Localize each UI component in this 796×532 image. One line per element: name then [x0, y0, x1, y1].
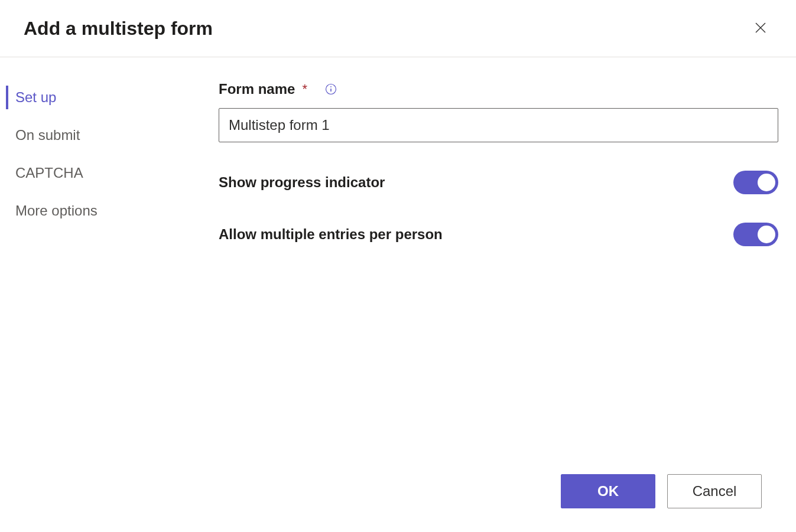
dialog-footer: OK Cancel — [0, 462, 796, 532]
dialog-title: Add a multistep form — [24, 18, 213, 40]
required-asterisk: * — [302, 81, 307, 97]
cancel-button[interactable]: Cancel — [667, 474, 762, 508]
form-name-label-row: Form name * — [219, 81, 778, 97]
form-name-label: Form name — [219, 81, 295, 97]
close-icon — [753, 21, 768, 37]
sidebar-item-onsubmit[interactable]: On submit — [0, 116, 219, 154]
show-progress-label: Show progress indicator — [219, 174, 385, 191]
svg-point-4 — [330, 86, 332, 87]
add-multistep-form-dialog: Add a multistep form Set up On submit CA… — [0, 0, 796, 532]
sidebar-item-label: Set up — [15, 89, 56, 105]
ok-button[interactable]: OK — [561, 474, 655, 508]
toggle-knob — [758, 226, 775, 243]
sidebar-item-label: On submit — [15, 127, 80, 143]
dialog-body: Set up On submit CAPTCHA More options Fo… — [0, 57, 796, 462]
allow-multiple-toggle[interactable] — [733, 223, 778, 246]
toggle-knob — [758, 174, 775, 191]
allow-multiple-row: Allow multiple entries per person — [219, 223, 778, 246]
allow-multiple-label: Allow multiple entries per person — [219, 226, 443, 243]
show-progress-toggle[interactable] — [733, 171, 778, 194]
info-icon[interactable] — [325, 83, 337, 95]
sidebar-item-label: More options — [15, 203, 98, 218]
close-button[interactable] — [749, 17, 772, 40]
sidebar: Set up On submit CAPTCHA More options — [0, 57, 219, 462]
sidebar-item-label: CAPTCHA — [15, 165, 83, 181]
sidebar-item-setup[interactable]: Set up — [0, 79, 219, 116]
sidebar-item-captcha[interactable]: CAPTCHA — [0, 154, 219, 192]
dialog-header: Add a multistep form — [0, 0, 796, 57]
form-name-input[interactable] — [219, 108, 778, 142]
sidebar-item-more-options[interactable]: More options — [0, 192, 219, 230]
show-progress-row: Show progress indicator — [219, 171, 778, 194]
form-content: Form name * Show progress indicator — [219, 57, 796, 462]
